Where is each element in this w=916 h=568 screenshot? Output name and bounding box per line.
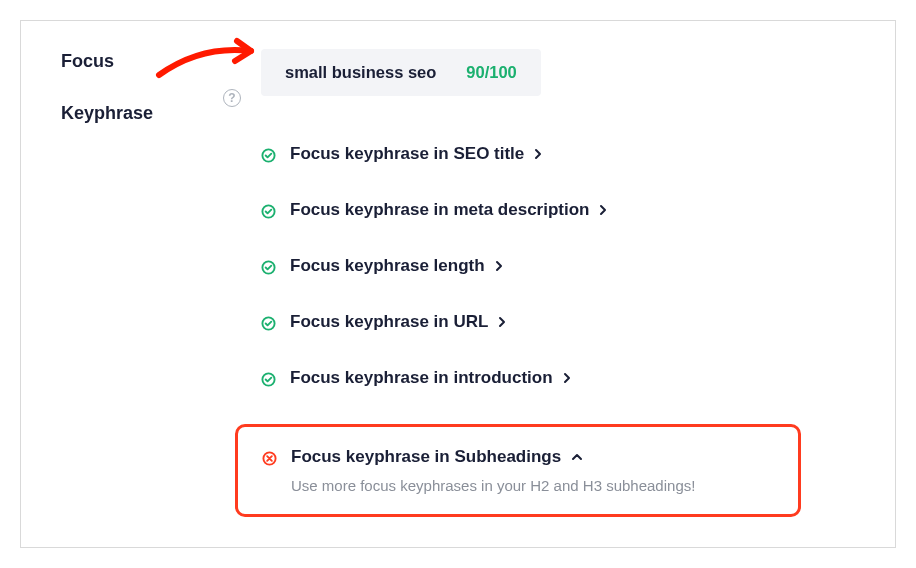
check-seo-title[interactable]: Focus keyphrase in SEO title — [261, 144, 855, 164]
field-label-area: Focus Keyphrase ? — [61, 51, 221, 124]
check-pass-icon — [261, 148, 276, 163]
seo-focus-keyphrase-panel: Focus Keyphrase ? small business seo 90/… — [20, 20, 896, 548]
keyphrase-score: 90/100 — [466, 63, 516, 82]
field-label-line2: Keyphrase — [61, 103, 221, 125]
check-detail-text: Use more focus keyphrases in your H2 and… — [291, 477, 695, 494]
check-pass-icon — [261, 316, 276, 331]
check-keyphrase-length[interactable]: Focus keyphrase length — [261, 256, 855, 276]
check-pass-icon — [261, 372, 276, 387]
keyphrase-value: small business seo — [285, 63, 436, 82]
check-fail-icon — [262, 451, 277, 466]
check-label: Focus keyphrase length — [290, 256, 485, 276]
help-icon[interactable]: ? — [223, 89, 241, 107]
check-label: Focus keyphrase in meta description — [290, 200, 589, 220]
field-label-line1: Focus — [61, 51, 221, 73]
check-pass-icon — [261, 260, 276, 275]
check-subheadings[interactable]: Focus keyphrase in Subheadings Use more … — [262, 447, 774, 494]
check-label: Focus keyphrase in Subheadings — [291, 447, 561, 467]
chevron-right-icon — [495, 260, 503, 272]
check-label: Focus keyphrase in SEO title — [290, 144, 524, 164]
chevron-up-icon — [571, 453, 583, 461]
keyphrase-input-box[interactable]: small business seo 90/100 — [261, 49, 541, 96]
check-label: Focus keyphrase in URL — [290, 312, 488, 332]
keyphrase-content: small business seo 90/100 Focus keyphras… — [261, 49, 855, 548]
chevron-right-icon — [563, 372, 571, 384]
seo-check-list: Focus keyphrase in SEO title Focus keyph… — [261, 144, 855, 548]
check-pass-icon — [261, 204, 276, 219]
check-url[interactable]: Focus keyphrase in URL — [261, 312, 855, 332]
highlighted-check-box: Focus keyphrase in Subheadings Use more … — [235, 424, 801, 517]
check-introduction[interactable]: Focus keyphrase in introduction — [261, 368, 855, 388]
chevron-right-icon — [599, 204, 607, 216]
chevron-right-icon — [534, 148, 542, 160]
chevron-right-icon — [498, 316, 506, 328]
check-label: Focus keyphrase in introduction — [290, 368, 553, 388]
check-meta-description[interactable]: Focus keyphrase in meta description — [261, 200, 855, 220]
